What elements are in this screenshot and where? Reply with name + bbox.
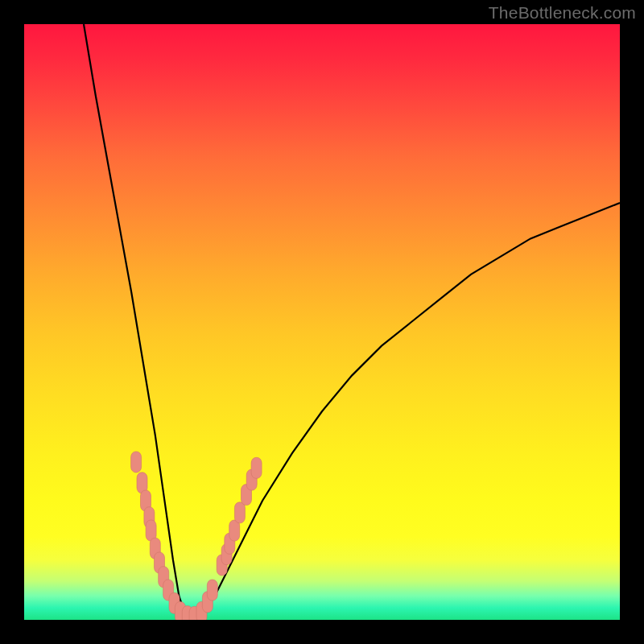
marker-layer	[131, 452, 262, 620]
data-marker	[131, 452, 142, 473]
plot-area	[24, 24, 620, 620]
chart-frame: TheBottleneck.com	[0, 0, 644, 644]
watermark-text: TheBottleneck.com	[489, 3, 636, 23]
data-marker	[251, 457, 262, 478]
data-marker	[234, 502, 245, 523]
data-marker	[229, 520, 240, 541]
bottleneck-curve-svg	[24, 24, 620, 620]
data-marker	[207, 580, 217, 601]
bottleneck-curve	[84, 24, 620, 620]
